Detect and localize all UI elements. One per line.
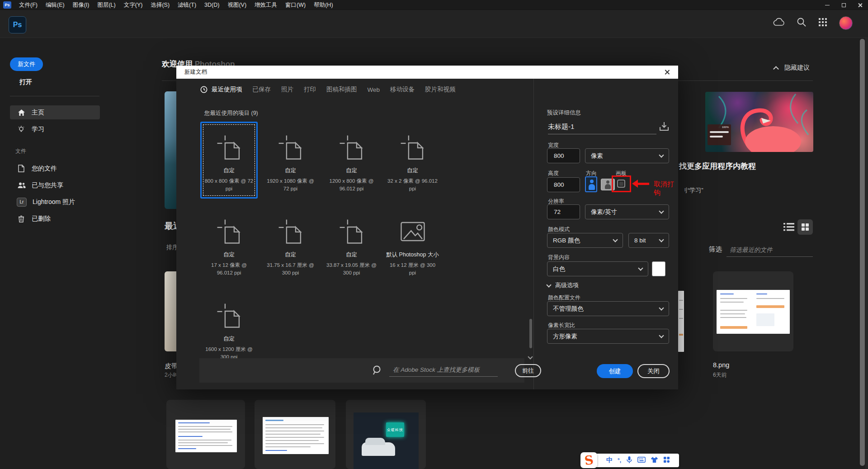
search-icon[interactable]: [797, 17, 807, 29]
preset-tile[interactable]: 自定 1200 x 800 像素 @ 96.012 ppi: [323, 122, 380, 199]
stock-search-input[interactable]: 在 Adobe Stock 上查找更多模板: [393, 366, 480, 374]
tab-recent[interactable]: 最近使用项: [200, 85, 242, 94]
menu-select[interactable]: 选择(S): [146, 0, 174, 10]
preset-tile[interactable]: 自定 17 x 12 像素 @ 96.012 ppi: [200, 206, 258, 283]
color-mode-dropdown[interactable]: RGB 颜色: [547, 233, 623, 248]
tab-print[interactable]: 打印: [304, 85, 316, 94]
preset-tile-selected[interactable]: 自定 800 x 800 像素 @ 72 ppi: [200, 122, 258, 199]
sidebar-item-deleted-label: 已删除: [32, 215, 51, 223]
window-close-button[interactable]: [852, 0, 868, 10]
filter-input[interactable]: 筛选最近的文件: [730, 246, 773, 254]
mini-logo-text: Ps: [5, 3, 9, 7]
tab-film-video[interactable]: 胶片和视频: [425, 85, 456, 94]
user-avatar[interactable]: [839, 16, 853, 30]
preset-tile[interactable]: 自定 33.87 x 19.05 厘米 @ 300 ppi: [323, 206, 380, 283]
cloud-sync-icon[interactable]: [773, 18, 785, 28]
close-button[interactable]: 关闭: [637, 364, 670, 378]
open-button[interactable]: 打开: [19, 78, 32, 86]
tutorial-card-image[interactable]: 100%: [705, 92, 813, 152]
preset-name: 自定: [346, 167, 357, 175]
sidebar-item-your-files[interactable]: 您的文件: [10, 161, 100, 175]
new-file-button[interactable]: 新文件: [10, 57, 43, 71]
file-card-name[interactable]: 8.png: [713, 361, 729, 369]
menu-layer[interactable]: 图层(L): [93, 0, 119, 10]
keyboard-icon[interactable]: [637, 456, 646, 464]
resolution-value: 72: [554, 208, 561, 215]
menu-filter[interactable]: 滤镜(T): [174, 0, 200, 10]
tab-photo[interactable]: 照片: [281, 85, 293, 94]
sidebar-item-lightroom[interactable]: Lr Lightroom 照片: [10, 195, 100, 209]
recent-card[interactable]: [255, 400, 335, 469]
tab-saved[interactable]: 已保存: [253, 85, 271, 94]
new-doc-icon: [399, 133, 427, 161]
sidebar-item-deleted[interactable]: 已删除: [10, 212, 100, 226]
tab-mobile[interactable]: 移动设备: [390, 85, 415, 94]
chinese-mode-toggle[interactable]: 中: [606, 456, 613, 464]
background-color-swatch[interactable]: [652, 261, 665, 276]
menu-window[interactable]: 窗口(W): [281, 0, 310, 10]
recent-card[interactable]: [166, 400, 245, 469]
advanced-options-toggle[interactable]: 高级选项: [547, 281, 579, 289]
resolution-input[interactable]: 72: [547, 204, 580, 219]
sidebar-item-shared[interactable]: 已与您共享: [10, 178, 100, 192]
sidebar-item-learn[interactable]: 学习: [10, 122, 100, 136]
create-button[interactable]: 创建: [597, 364, 633, 378]
lightbulb-icon: [17, 125, 26, 133]
preset-tile[interactable]: 自定 1920 x 1080 像素 @ 72 ppi: [262, 122, 319, 199]
tab-art-illustration[interactable]: 图稿和插图: [326, 85, 357, 94]
scroll-down-icon[interactable]: [528, 354, 533, 359]
window-maximize-button[interactable]: [835, 0, 852, 10]
sidebar-item-learn-label: 学习: [32, 125, 44, 133]
background-dropdown[interactable]: 白色: [547, 261, 648, 276]
files-section-heading: 文件: [15, 147, 26, 155]
grid-view-button[interactable]: [797, 219, 813, 235]
apps-grid-icon[interactable]: [818, 18, 827, 28]
menu-file[interactable]: 文件(F): [15, 0, 42, 10]
preset-tile-default-size[interactable]: 默认 Photoshop 大小 16 x 12 厘米 @ 300 ppi: [384, 206, 441, 283]
preset-size: 33.87 x 19.05 厘米 @ 300 ppi: [326, 261, 377, 276]
preset-tile[interactable]: 自定 32 x 2 像素 @ 96.012 ppi: [384, 122, 441, 199]
sidebar-item-home[interactable]: 主页: [10, 105, 100, 119]
preset-tile[interactable]: 自定 31.75 x 16.7 厘米 @ 300 ppi: [262, 206, 319, 283]
close-label: 关闭: [647, 367, 660, 375]
menu-view[interactable]: 视图(V): [223, 0, 250, 10]
recent-card[interactable]: 众暖科技: [346, 400, 426, 469]
width-input[interactable]: 800: [547, 148, 580, 163]
microphone-icon[interactable]: [626, 456, 632, 465]
dialog-close-icon[interactable]: [664, 69, 670, 75]
menu-plugins[interactable]: 增效工具: [250, 0, 281, 10]
menu-image[interactable]: 图像(I): [69, 0, 94, 10]
file-card-8png[interactable]: [713, 271, 793, 351]
menu-3d[interactable]: 3D(D): [200, 0, 223, 10]
window-scrollbar-thumb[interactable]: [860, 39, 865, 466]
document-name-input[interactable]: 未标题-1: [548, 123, 574, 131]
preset-size: 800 x 800 像素 @ 72 ppi: [204, 177, 255, 192]
save-preset-icon[interactable]: [658, 121, 670, 134]
car-shape: [362, 442, 395, 456]
skin-shirt-icon[interactable]: [651, 456, 658, 465]
tab-web[interactable]: Web: [368, 86, 380, 93]
dialog-scrollbar-thumb[interactable]: [529, 319, 532, 348]
window-minimize-button[interactable]: [819, 0, 835, 10]
window-scrollbar-track[interactable]: [865, 38, 868, 469]
menu-edit[interactable]: 编辑(E): [42, 0, 69, 10]
unit-dropdown[interactable]: 像素: [585, 148, 669, 163]
pixel-aspect-dropdown[interactable]: 方形像素: [547, 329, 669, 344]
go-button[interactable]: 前往: [515, 364, 541, 377]
toolbox-grid-icon[interactable]: [663, 456, 670, 465]
resolution-unit-dropdown[interactable]: 像素/英寸: [585, 204, 669, 219]
color-profile-dropdown[interactable]: 不管理颜色: [547, 301, 669, 316]
storefront-sign: 众暖科技: [386, 422, 404, 437]
menu-help[interactable]: 帮助(H): [310, 0, 337, 10]
preset-name: 自定: [223, 335, 235, 343]
preset-tile[interactable]: 自定 1600 x 1200 厘米 @ 300 ppi: [200, 290, 258, 367]
list-view-icon[interactable]: [783, 223, 793, 232]
menu-type[interactable]: 文字(Y): [120, 0, 147, 10]
bit-depth-dropdown[interactable]: 8 bit: [628, 233, 669, 248]
orientation-portrait-button[interactable]: [585, 176, 597, 192]
tab-label: 最近使用项: [212, 85, 242, 94]
height-input[interactable]: 800: [547, 177, 580, 192]
sogou-logo[interactable]: S: [580, 452, 597, 468]
hide-suggestions-toggle[interactable]: 隐藏建议: [774, 64, 810, 72]
punctuation-toggle[interactable]: °,: [618, 457, 621, 464]
